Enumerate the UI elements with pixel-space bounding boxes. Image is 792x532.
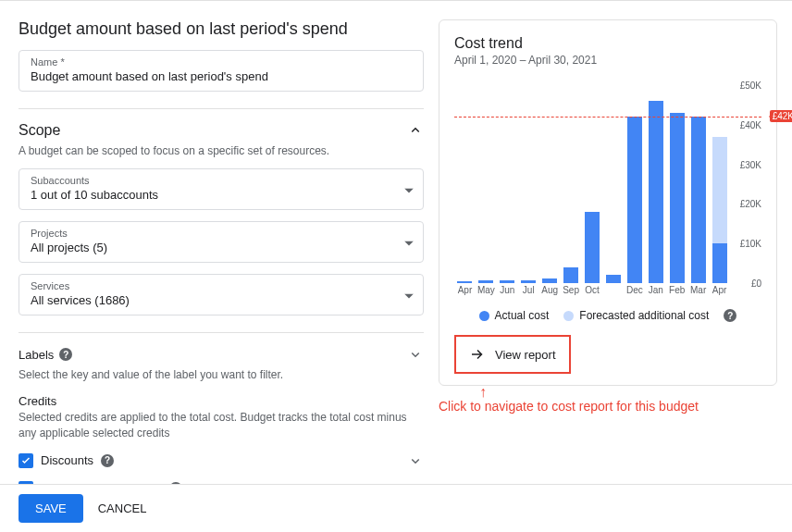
x-tick: Feb: [666, 285, 687, 298]
bar: [500, 280, 514, 283]
help-icon[interactable]: ?: [724, 309, 736, 322]
name-value: Budget amount based on last period's spe…: [31, 69, 412, 83]
help-icon[interactable]: ?: [101, 454, 114, 467]
bar: [606, 275, 621, 283]
discounts-row[interactable]: Discounts ?: [19, 452, 424, 469]
callout-label: Click to navigate to cost report for thi…: [439, 399, 699, 414]
bar-slot: [687, 85, 709, 283]
callout-arrow-icon: ↑: [479, 384, 487, 401]
labels-title: Labels: [19, 348, 54, 362]
footer: SAVE CANCEL: [0, 484, 792, 532]
bar: [521, 280, 536, 283]
bar-slot: [539, 85, 561, 283]
discounts-label: Discounts: [41, 453, 93, 467]
projects-value: All projects (5): [31, 241, 412, 254]
labels-subtitle: Select the key and value of the label yo…: [19, 368, 424, 381]
services-value: All services (1686): [31, 293, 412, 307]
bar: [585, 212, 600, 283]
bar: [457, 281, 472, 283]
scope-subtitle: A budget can be scoped to focus on a spe…: [19, 144, 424, 157]
credits-title: Credits: [19, 394, 424, 408]
x-tick: Oct: [582, 285, 603, 298]
y-tick: £40K: [740, 119, 761, 130]
threshold-tag: £42K: [770, 110, 792, 122]
bar-slot: [454, 85, 476, 283]
x-tick: Jun: [497, 285, 518, 298]
x-tick: Dec: [624, 285, 645, 298]
swatch-forecast: [563, 311, 574, 321]
chart-area: £50K£40K£30K£20K£10K£0 £42K AprMayJunJul…: [454, 85, 761, 298]
swatch-actual: [479, 311, 489, 321]
y-tick: £30K: [740, 159, 761, 169]
scope-title: Scope: [19, 122, 60, 139]
y-axis: £50K£40K£30K£20K£10K£0: [734, 85, 761, 283]
scope-header[interactable]: Scope: [19, 122, 424, 139]
y-tick: £0: [751, 278, 761, 289]
x-tick: Mar: [687, 285, 709, 298]
name-label: Name *: [31, 56, 412, 68]
chevron-down-icon: [407, 452, 424, 469]
services-label: Services: [31, 280, 412, 291]
y-tick: £10K: [740, 239, 761, 249]
subaccounts-label: Subaccounts: [31, 175, 412, 186]
bar: [712, 137, 727, 283]
bar-slot: [582, 85, 603, 283]
x-tick: Jan: [645, 285, 666, 298]
bar-slot: [602, 85, 624, 283]
x-tick: Sep: [561, 285, 582, 298]
bar: [670, 113, 685, 283]
cancel-button[interactable]: CANCEL: [98, 501, 147, 515]
name-input[interactable]: Name * Budget amount based on last perio…: [19, 50, 424, 92]
x-tick: Apr: [454, 285, 476, 298]
bar-slot: [497, 85, 518, 283]
checkbox-checked-icon[interactable]: [19, 453, 33, 468]
save-button[interactable]: SAVE: [19, 494, 83, 523]
cost-trend-card: Cost trend April 1, 2020 – April 30, 202…: [439, 19, 777, 386]
legend-actual-label: Actual cost: [495, 309, 550, 322]
threshold-line: £42K: [454, 117, 761, 118]
subaccounts-select[interactable]: Subaccounts 1 out of 10 subaccounts: [19, 168, 424, 210]
bar-forecast: [712, 137, 727, 244]
caret-down-icon: [404, 182, 414, 196]
chart-legend: Actual cost Forecasted additional cost ?: [454, 309, 761, 322]
x-tick: Jul: [518, 285, 539, 298]
y-tick: £50K: [740, 80, 761, 91]
bar-slot: [624, 85, 645, 283]
help-icon[interactable]: ?: [59, 348, 72, 361]
bar: [542, 278, 557, 283]
x-tick: Aug: [539, 285, 561, 298]
services-select[interactable]: Services All services (1686): [19, 274, 424, 315]
chevron-down-icon: [407, 346, 424, 363]
x-tick: Apr: [709, 285, 730, 298]
view-report-button[interactable]: View report: [454, 335, 571, 374]
bar: [649, 101, 663, 283]
caret-down-icon: [404, 288, 414, 302]
bar-slot: [518, 85, 539, 283]
bar-slot: [561, 85, 582, 283]
chevron-up-icon: [407, 122, 424, 139]
callout-text: ↑ Click to navigate to cost report for t…: [439, 399, 777, 414]
divider: [19, 332, 424, 333]
view-report-label: View report: [495, 348, 556, 362]
bar: [563, 267, 578, 283]
page-title: Budget amount based on last period's spe…: [19, 19, 424, 39]
legend-forecast-label: Forecasted additional cost: [579, 309, 709, 322]
chart-bars: [454, 85, 730, 283]
projects-label: Projects: [31, 228, 412, 239]
bar-slot: [476, 85, 497, 283]
arrow-right-icon: [469, 346, 486, 363]
caret-down-icon: [404, 235, 414, 249]
divider: [19, 108, 424, 109]
bar-slot: [666, 85, 687, 283]
projects-select[interactable]: Projects All projects (5): [19, 221, 424, 263]
labels-row[interactable]: Labels ?: [19, 346, 424, 363]
chart-title: Cost trend: [454, 35, 761, 52]
x-tick: May: [476, 285, 497, 298]
x-axis: AprMayJunJulAugSepOctDecJanFebMarApr: [454, 285, 730, 298]
x-tick: [602, 285, 624, 298]
credits-subtitle: Selected credits are applied to the tota…: [19, 410, 424, 441]
bar: [691, 117, 706, 283]
bar-slot: [709, 85, 730, 283]
chart-plot: £42K: [454, 85, 730, 283]
subaccounts-value: 1 out of 10 subaccounts: [31, 188, 412, 202]
